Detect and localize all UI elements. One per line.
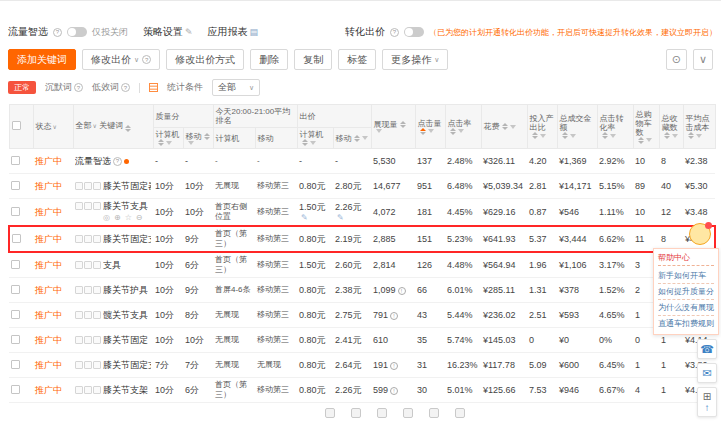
col-keyword[interactable]: 全部∨ 关键词 — [73, 105, 153, 149]
col-impressions[interactable]: 展现量 — [371, 105, 415, 149]
bid-mode-button[interactable]: 修改出价方式 — [166, 49, 244, 70]
impression-info-icon[interactable]: ! — [390, 312, 398, 320]
help-link[interactable]: 为什么没有展现 — [658, 300, 714, 316]
col-favorites[interactable]: 总收藏数 — [659, 105, 683, 149]
impression-info-icon[interactable]: ! — [390, 362, 398, 370]
conversion-info-icon[interactable]: ? — [390, 28, 399, 37]
select-all-checkbox[interactable] — [12, 121, 21, 130]
copy-button[interactable]: 复制 — [294, 49, 332, 70]
filter-tab-inefficient[interactable]: 低效词? — [92, 81, 130, 94]
keyword-mini-icon[interactable] — [93, 235, 101, 243]
smart-traffic-keyword[interactable]: 流量智选 — [75, 156, 111, 166]
keyword-action-icon[interactable]: ☆ — [125, 213, 132, 223]
col-roi[interactable]: 投入产出比 — [527, 105, 557, 149]
back-to-top-button[interactable]: ⊞↑ — [697, 387, 717, 417]
settings-icon[interactable]: ⊙ — [666, 49, 687, 70]
edit-bid-icon[interactable]: ✎ — [301, 213, 308, 222]
keyword-mini-icon[interactable] — [93, 311, 101, 319]
col-cpc[interactable]: 平均点击成本 — [683, 105, 715, 149]
footer-icon[interactable] — [429, 408, 439, 418]
add-keyword-button[interactable]: 添加关键词 — [8, 49, 76, 70]
keyword-text[interactable]: 膝关节固定器 — [103, 181, 151, 191]
info-icon[interactable]: ? — [113, 157, 122, 166]
keyword-mini-icon[interactable] — [75, 202, 83, 210]
keyword-text[interactable]: 膝关节固定支架 — [103, 360, 151, 370]
subcol-quality-mobile[interactable]: 移动 — [183, 128, 213, 149]
strategy-settings-link[interactable]: 策略设置✎ — [143, 25, 193, 39]
keyword-mini-icon[interactable] — [84, 261, 92, 269]
footer-icon[interactable] — [351, 408, 361, 418]
more-actions-button[interactable]: 更多操作∨ — [382, 49, 448, 70]
footer-icon[interactable] — [403, 408, 413, 418]
keyword-mini-icon[interactable] — [84, 286, 92, 294]
keyword-text[interactable]: 膝关节支架 — [103, 385, 148, 395]
keyword-text[interactable]: 膝关节支具 — [103, 201, 148, 211]
batch-bid-button[interactable]: 修改出价∨? — [82, 49, 160, 70]
keyword-mini-icon[interactable] — [75, 311, 83, 319]
keyword-mini-icon[interactable] — [75, 336, 83, 344]
row-checkbox[interactable] — [12, 234, 21, 243]
col-ctr[interactable]: 点击率 — [445, 105, 481, 149]
col-spend[interactable]: 花费 — [481, 105, 527, 149]
col-gmv[interactable]: 总成交金额 — [557, 105, 597, 149]
keyword-mini-icon[interactable] — [75, 182, 83, 190]
filter-tab-silent[interactable]: 沉默词? — [45, 81, 83, 94]
keyword-mini-icon[interactable] — [84, 202, 92, 210]
col-carts[interactable]: 总购物车数 — [633, 105, 659, 149]
message-button[interactable]: ✉ — [697, 363, 717, 383]
subcol-bid-mobile[interactable]: 移动 — [333, 128, 371, 149]
keyword-text[interactable]: 膝关节护具 — [103, 285, 148, 295]
edit-bid-icon[interactable]: ✎ — [337, 213, 344, 222]
filter-tab-normal[interactable]: 正常 — [8, 81, 36, 94]
traffic-info-icon[interactable]: ? — [53, 28, 62, 37]
traffic-smart-toggle[interactable] — [67, 27, 87, 37]
help-link[interactable]: 如何提升质量分 — [658, 284, 714, 300]
row-checkbox[interactable] — [11, 156, 20, 165]
keyword-action-icon[interactable]: ⊖ — [136, 213, 143, 223]
row-checkbox[interactable] — [11, 207, 20, 216]
keyword-mini-icon[interactable] — [84, 182, 92, 190]
keyword-mini-icon[interactable] — [75, 235, 83, 243]
apply-report-link[interactable]: 应用报表▤ — [208, 25, 259, 39]
help-link[interactable]: 新手如何开车 — [658, 268, 714, 284]
col-status[interactable]: 状态∨ — [33, 105, 73, 149]
keyword-mini-icon[interactable] — [93, 286, 101, 294]
keyword-mini-icon[interactable] — [75, 361, 83, 369]
row-checkbox[interactable] — [11, 360, 20, 369]
keyword-action-icon[interactable]: ⊕ — [114, 213, 121, 223]
keyword-mini-icon[interactable] — [84, 336, 92, 344]
impression-info-icon[interactable]: ! — [398, 287, 406, 295]
keyword-mini-icon[interactable] — [93, 361, 101, 369]
keyword-text[interactable]: 膝关节固定 — [103, 335, 148, 345]
subcol-bid-pc[interactable]: 计算机 — [297, 128, 333, 149]
row-checkbox[interactable] — [11, 285, 20, 294]
keyword-mini-icon[interactable] — [75, 286, 83, 294]
footer-icon[interactable] — [325, 408, 335, 418]
keyword-mini-icon[interactable] — [93, 336, 101, 344]
keyword-mini-icon[interactable] — [84, 311, 92, 319]
keyword-text[interactable]: 支具 — [103, 260, 121, 270]
row-checkbox[interactable] — [11, 181, 20, 190]
stat-condition-select[interactable]: 全部∨ — [212, 79, 260, 96]
impression-info-icon[interactable]: ! — [390, 387, 398, 395]
footer-icon[interactable] — [455, 408, 465, 418]
keyword-mini-icon[interactable] — [93, 386, 101, 394]
help-link[interactable]: 直通车扣费规则 — [658, 316, 714, 331]
footer-icon[interactable] — [377, 408, 387, 418]
collapse-panel-button[interactable]: ∨ — [693, 49, 713, 70]
col-cvr[interactable]: 点击转化率 — [597, 105, 633, 149]
contact-service-button[interactable]: ☎ — [697, 339, 717, 359]
keyword-text[interactable]: 膝关节固定支具 — [103, 234, 151, 244]
row-checkbox[interactable] — [11, 335, 20, 344]
keyword-mini-icon[interactable] — [93, 182, 101, 190]
keyword-mini-icon[interactable] — [93, 202, 101, 210]
keyword-mini-icon[interactable] — [84, 235, 92, 243]
assistant-avatar[interactable] — [689, 223, 711, 245]
keyword-mini-icon[interactable] — [84, 361, 92, 369]
row-checkbox[interactable] — [11, 260, 20, 269]
row-checkbox[interactable] — [11, 310, 20, 319]
sort-icons[interactable] — [125, 125, 131, 132]
keyword-text[interactable]: 髋关节支具 — [103, 310, 148, 320]
delete-button[interactable]: 删除 — [250, 49, 288, 70]
keyword-mini-icon[interactable] — [75, 261, 83, 269]
